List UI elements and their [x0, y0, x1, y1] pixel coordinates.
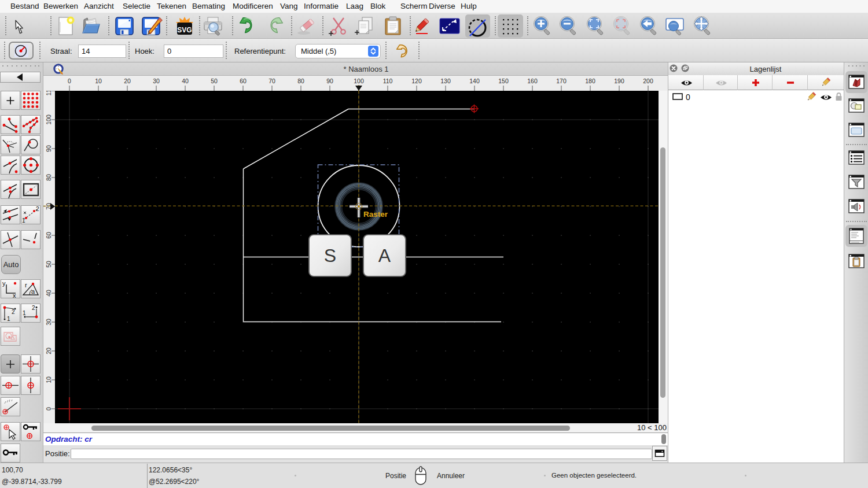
- svg-text:110: 110: [45, 91, 52, 95]
- svg-text:x: x: [13, 292, 16, 298]
- svg-text:90: 90: [45, 145, 52, 152]
- svg-text:Raster: Raster: [363, 210, 388, 219]
- svg-text:80: 80: [45, 174, 52, 181]
- svg-text:160: 160: [527, 77, 538, 84]
- svg-text:90: 90: [326, 77, 333, 84]
- svg-text:50: 50: [45, 261, 52, 268]
- svg-text:1: 1: [7, 316, 10, 322]
- svg-text:180: 180: [585, 77, 595, 84]
- svg-text:40: 40: [45, 290, 52, 297]
- svg-text:100: 100: [45, 114, 52, 125]
- svg-text:190: 190: [614, 77, 624, 84]
- svg-text:1: 1: [23, 310, 26, 316]
- svg-text:140: 140: [469, 77, 480, 84]
- svg-text:20: 20: [124, 77, 131, 84]
- svg-text:10: 10: [45, 376, 52, 383]
- svg-text:10: 10: [95, 77, 102, 84]
- svg-text:80: 80: [297, 77, 304, 84]
- svg-text:r: r: [25, 282, 27, 289]
- svg-text:2: 2: [36, 206, 39, 212]
- svg-text:2: 2: [32, 305, 35, 311]
- svg-text:50: 50: [211, 77, 218, 84]
- svg-text:170: 170: [556, 77, 567, 84]
- svg-text:0: 0: [68, 77, 71, 84]
- svg-text:60: 60: [240, 77, 247, 84]
- svg-text:y: y: [2, 280, 6, 287]
- svg-text:30: 30: [153, 77, 160, 84]
- svg-text:60: 60: [45, 232, 52, 239]
- svg-text:20: 20: [45, 347, 52, 354]
- svg-text:100: 100: [354, 77, 364, 84]
- svg-text:a: a: [31, 288, 35, 295]
- svg-text:0: 0: [45, 407, 52, 411]
- svg-text:150: 150: [498, 77, 509, 84]
- svg-text:30: 30: [45, 319, 52, 326]
- svg-text:200: 200: [643, 77, 653, 84]
- svg-text:70: 70: [269, 77, 275, 84]
- svg-text:1: 1: [22, 217, 25, 224]
- svg-text:2: 2: [12, 309, 15, 315]
- svg-text:110: 110: [383, 77, 393, 84]
- svg-text:130: 130: [440, 77, 451, 84]
- svg-text:40: 40: [182, 77, 189, 84]
- svg-text:120: 120: [411, 77, 422, 84]
- svg-text:SVG: SVG: [177, 26, 192, 34]
